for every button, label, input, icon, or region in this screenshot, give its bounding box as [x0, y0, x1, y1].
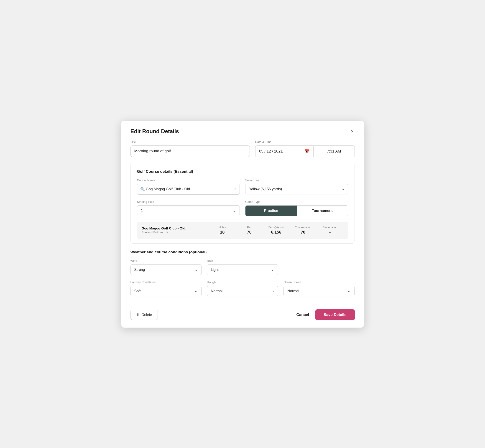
- footer-right: Cancel Save Details: [297, 309, 355, 320]
- rough-dropdown[interactable]: Normal: [207, 286, 278, 296]
- course-holes-stat: Holes 18: [209, 226, 236, 235]
- select-tee-wrap: Yellow (6,156 yards) ⌄: [245, 184, 348, 194]
- clear-icon[interactable]: ×: [234, 187, 237, 192]
- modal-title: Edit Round Details: [130, 128, 179, 135]
- holes-value: 18: [209, 230, 236, 235]
- rough-group: Rough Normal ⌄: [207, 280, 278, 296]
- datetime-label: Date & Time: [255, 140, 355, 144]
- slope-rating-stat: Slope rating -: [316, 226, 343, 235]
- starting-hole-group: Starting Hole 1 ⌄: [137, 200, 240, 216]
- wind-rain-row: Wind Strong ⌄ Rain Light ⌄: [130, 259, 355, 275]
- rain-wrap: Light ⌄: [207, 264, 278, 275]
- starting-hole-dropdown[interactable]: 1: [137, 205, 240, 216]
- date-field[interactable]: 05 / 12 / 2021 📅: [255, 145, 314, 157]
- fairway-rough-green-row: Fairway Conditions Soft ⌄ Rough Normal: [130, 280, 355, 296]
- time-field[interactable]: 7:31 AM: [314, 145, 355, 157]
- holes-label: Holes: [209, 226, 236, 229]
- course-name-input[interactable]: [137, 184, 240, 195]
- time-value: 7:31 AM: [327, 149, 341, 154]
- fairway-wrap: Soft ⌄: [130, 286, 202, 296]
- slope-rating-value: -: [316, 230, 343, 235]
- close-button[interactable]: ×: [350, 128, 355, 135]
- modal-body: Title Date & Time 05 / 12 / 2021 📅 7:31 …: [121, 140, 364, 328]
- select-tee-label: Select Tee: [245, 178, 348, 182]
- rain-dropdown[interactable]: Light: [207, 264, 278, 275]
- golf-section-title: Golf Course details (Essential): [137, 169, 348, 174]
- rough-wrap: Normal ⌄: [207, 286, 278, 296]
- spacer: [283, 259, 355, 275]
- green-wrap: Normal ⌄: [283, 286, 355, 296]
- datetime-group: Date & Time 05 / 12 / 2021 📅 7:31 AM: [255, 140, 355, 157]
- starting-hole-label: Starting Hole: [137, 200, 240, 203]
- fairway-dropdown[interactable]: Soft: [130, 286, 202, 296]
- starting-hole-wrap: 1 ⌄: [137, 205, 240, 216]
- course-tee-row: Course Name 🔍 × Select Tee Yellow (6,156…: [137, 178, 348, 195]
- par-label: Par: [236, 226, 263, 229]
- wind-wrap: Strong ⌄: [130, 264, 202, 275]
- footer-row: 🗑 Delete Cancel Save Details: [130, 307, 355, 320]
- delete-label: Delete: [142, 313, 152, 317]
- footer-divider: [130, 302, 355, 302]
- search-icon: 🔍: [140, 187, 145, 191]
- course-search-wrap: 🔍 ×: [137, 184, 240, 195]
- cancel-button[interactable]: Cancel: [297, 312, 309, 317]
- green-label: Green Speed: [283, 280, 355, 284]
- course-info-name: Gog Magog Golf Club - Old, Shelford Bott…: [142, 226, 209, 234]
- tournament-button[interactable]: Tournament: [297, 206, 348, 216]
- rough-label: Rough: [207, 280, 278, 284]
- select-tee-dropdown[interactable]: Yellow (6,156 yards): [245, 184, 348, 194]
- course-par-stat: Par 70: [236, 226, 263, 235]
- fairway-group: Fairway Conditions Soft ⌄: [130, 280, 202, 296]
- edit-round-modal: Edit Round Details × Title Date & Time 0…: [121, 121, 364, 328]
- course-rating-label: Course rating: [290, 226, 316, 229]
- date-time-row: 05 / 12 / 2021 📅 7:31 AM: [255, 145, 355, 157]
- game-type-label: Game Type: [245, 200, 348, 203]
- title-label: Title: [130, 140, 250, 144]
- golf-course-section: Golf Course details (Essential) Course N…: [130, 163, 355, 244]
- date-value: 05 / 12 / 2021: [259, 149, 283, 154]
- rain-label: Rain: [207, 259, 278, 263]
- delete-button[interactable]: 🗑 Delete: [130, 310, 158, 320]
- fairway-label: Fairway Conditions: [130, 280, 202, 284]
- wind-group: Wind Strong ⌄: [130, 259, 202, 275]
- weather-section-title: Weather and course conditions (optional): [130, 250, 355, 255]
- calendar-icon: 📅: [305, 149, 310, 154]
- select-tee-group: Select Tee Yellow (6,156 yards) ⌄: [245, 178, 348, 195]
- green-dropdown[interactable]: Normal: [283, 286, 355, 296]
- course-rating-value: 70: [290, 230, 316, 235]
- title-datetime-row: Title Date & Time 05 / 12 / 2021 📅 7:31 …: [130, 140, 355, 157]
- trash-icon: 🗑: [136, 313, 140, 317]
- weather-section: Weather and course conditions (optional)…: [130, 250, 355, 296]
- title-group: Title: [130, 140, 250, 157]
- slope-rating-label: Slope rating: [316, 226, 343, 229]
- green-group: Green Speed Normal ⌄: [283, 280, 355, 296]
- title-input[interactable]: [130, 145, 250, 157]
- yards-value: 6,156: [263, 230, 290, 235]
- course-name-group: Course Name 🔍 ×: [137, 178, 240, 195]
- course-rating-stat: Course rating 70: [290, 226, 316, 235]
- save-button[interactable]: Save Details: [315, 309, 355, 320]
- course-yards-stat: Yards(Yellow) 6,156: [263, 226, 290, 235]
- course-location: Shelford Bottom, UK: [142, 231, 209, 234]
- wind-dropdown[interactable]: Strong: [130, 264, 202, 275]
- par-value: 70: [236, 230, 263, 235]
- modal-header: Edit Round Details ×: [121, 121, 364, 140]
- practice-button[interactable]: Practice: [245, 206, 297, 216]
- rain-group: Rain Light ⌄: [207, 259, 278, 275]
- course-name-main: Gog Magog Golf Club - Old,: [142, 226, 209, 230]
- hole-gametype-row: Starting Hole 1 ⌄ Game Type Practice Tou…: [137, 200, 348, 216]
- course-name-label: Course Name: [137, 178, 240, 182]
- game-type-toggle: Practice Tournament: [245, 205, 348, 216]
- game-type-group: Game Type Practice Tournament: [245, 200, 348, 216]
- course-info-card: Gog Magog Golf Club - Old, Shelford Bott…: [137, 222, 348, 239]
- wind-label: Wind: [130, 259, 202, 263]
- yards-label: Yards(Yellow): [263, 226, 290, 229]
